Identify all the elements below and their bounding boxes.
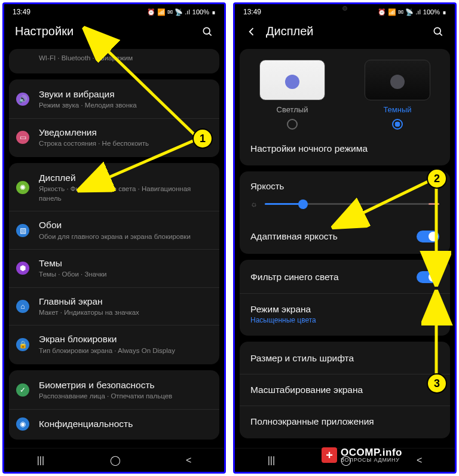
- recents-button[interactable]: |||: [268, 455, 275, 466]
- row-screen-zoom[interactable]: Масштабирование экрана: [240, 374, 450, 406]
- item-sub: Распознавание лица · Отпечатки пальцев: [39, 392, 210, 401]
- status-bar: 13:49 ⏰ 📶 ✉ 📡 .ıl 100% ∎: [4, 4, 224, 19]
- item-sub: Режим звука · Мелодия звонка: [39, 101, 210, 110]
- wallpaper-icon: ▧: [16, 224, 29, 237]
- status-time: 13:49: [243, 8, 261, 16]
- list-item-wallpaper[interactable]: ▧ Обои Обои для главного экрана и экрана…: [9, 211, 219, 250]
- camera-notch: [342, 6, 347, 11]
- item-title: Дисплей: [39, 172, 210, 184]
- svg-point-0: [203, 27, 210, 34]
- list-item-privacy[interactable]: ◉ Конфиденциальность: [9, 410, 219, 438]
- toggle-on-icon[interactable]: [417, 271, 439, 283]
- item-title: Уведомления: [39, 127, 210, 139]
- theme-light-option[interactable]: Светлый: [246, 60, 339, 130]
- back-button[interactable]: <: [417, 455, 422, 466]
- sound-icon: 🔊: [16, 93, 29, 106]
- item-sub: WI-FI · Bluetooth · Авиарежим: [39, 54, 210, 63]
- annotation-badge-2: 2: [427, 168, 447, 189]
- list-item-connections-cutoff[interactable]: WI-FI · Bluetooth · Авиарежим: [9, 50, 219, 72]
- brightness-section: Яркость ☼: [240, 173, 450, 220]
- phone-display: 13:49 ⏰ 📶 ✉ 📡 .ıl 100% ∎ Дисплей Све: [233, 2, 457, 474]
- display-settings[interactable]: Светлый Темный Настройки ночного режима …: [235, 49, 455, 448]
- row-title: Фильтр синего света: [250, 272, 339, 282]
- list-item-lockscreen[interactable]: 🔒 Экран блокировки Тип блокировки экрана…: [9, 325, 219, 363]
- list-item-biometrics[interactable]: ✓ Биометрия и безопасность Распознавание…: [9, 371, 219, 410]
- item-title: Главный экран: [39, 296, 210, 308]
- theme-selector: Светлый Темный: [240, 50, 450, 133]
- svg-line-3: [440, 33, 442, 35]
- privacy-icon: ◉: [16, 417, 29, 431]
- brightness-label: Яркость: [250, 181, 439, 191]
- theme-light-preview: [259, 60, 325, 100]
- row-fullscreen-apps[interactable]: Полноэкранные приложения: [240, 406, 450, 437]
- header: Дисплей: [235, 19, 455, 49]
- item-title: Биометрия и безопасность: [39, 379, 210, 391]
- row-title: Масштабирование экрана: [250, 385, 439, 395]
- home-icon: ⌂: [16, 300, 29, 313]
- page-title: Настройки: [15, 24, 193, 38]
- row-title: Полноэкранные приложения: [250, 416, 439, 427]
- row-title: Размер и стиль шрифта: [250, 353, 439, 364]
- annotation-badge-3: 3: [427, 373, 447, 394]
- annotation-badge-1: 1: [192, 128, 213, 149]
- row-blue-light-filter[interactable]: Фильтр синего света: [240, 261, 450, 294]
- back-icon[interactable]: [246, 26, 258, 38]
- item-title: Обои: [39, 219, 210, 231]
- item-title: Экран блокировки: [39, 333, 210, 345]
- list-item-sounds[interactable]: 🔊 Звуки и вибрация Режим звука · Мелодия…: [9, 81, 219, 119]
- item-title: Звуки и вибрация: [39, 88, 210, 100]
- list-item-home[interactable]: ⌂ Главный экран Макет · Индикаторы на зн…: [9, 288, 219, 326]
- lock-icon: 🔒: [16, 338, 29, 351]
- header: Настройки: [4, 19, 224, 49]
- item-sub: Макет · Индикаторы на значках: [39, 308, 210, 318]
- svg-line-1: [209, 33, 212, 35]
- watermark-sub: ВОПРОСЫ АДМИНУ: [341, 457, 402, 463]
- list-item-display[interactable]: ✺ Дисплей Яркость · Фильтр синего света …: [9, 164, 219, 211]
- row-title: Режим экрана: [250, 304, 439, 315]
- search-icon[interactable]: [432, 26, 444, 38]
- row-sub: Насыщенные цвета: [250, 316, 439, 324]
- item-sub: Темы · Обои · Значки: [39, 270, 210, 280]
- phone-settings: 13:49 ⏰ 📶 ✉ 📡 .ıl 100% ∎ Настройки WI-FI…: [2, 2, 226, 474]
- row-night-mode[interactable]: Настройки ночного режима: [240, 133, 450, 164]
- search-icon[interactable]: [201, 26, 213, 38]
- settings-list[interactable]: WI-FI · Bluetooth · Авиарежим 🔊 Звуки и …: [4, 49, 224, 448]
- sun-icon: ☼: [250, 199, 258, 208]
- item-title: Конфиденциальность: [39, 418, 210, 430]
- radio-checked-icon[interactable]: [392, 119, 403, 130]
- back-button[interactable]: <: [186, 455, 191, 466]
- display-icon: ✺: [16, 181, 29, 194]
- item-sub: Обои для главного экрана и экрана блокир…: [39, 232, 210, 242]
- item-sub: Строка состояния · Не беспокоить: [39, 139, 210, 149]
- radio-unchecked-icon[interactable]: [287, 119, 298, 130]
- row-font-size-style[interactable]: Размер и стиль шрифта: [240, 343, 450, 374]
- status-indicators: ⏰ 📶 ✉ 📡 .ıl 100% ∎: [378, 8, 446, 16]
- theme-dark-option[interactable]: Темный: [351, 60, 444, 130]
- theme-dark-label: Темный: [383, 105, 411, 114]
- row-screen-mode[interactable]: Режим экрана Насыщенные цвета: [240, 294, 450, 334]
- item-sub: Тип блокировки экрана · Always On Displa…: [39, 346, 210, 356]
- theme-dark-preview: [365, 60, 430, 100]
- status-indicators: ⏰ 📶 ✉ 📡 .ıl 100% ∎: [147, 8, 216, 16]
- slider-thumb[interactable]: [298, 199, 308, 209]
- home-button[interactable]: ◯: [110, 454, 121, 466]
- row-title: Настройки ночного режима: [250, 143, 439, 154]
- themes-icon: ⬢: [16, 262, 29, 275]
- shield-icon: ✓: [16, 383, 29, 397]
- page-title: Дисплей: [266, 24, 424, 38]
- status-time: 13:49: [13, 8, 30, 16]
- theme-light-label: Светлый: [277, 105, 308, 114]
- brightness-slider[interactable]: [265, 203, 439, 205]
- android-nav-bar: ||| ◯ <: [4, 448, 224, 472]
- list-item-themes[interactable]: ⬢ Темы Темы · Обои · Значки: [9, 250, 219, 288]
- recents-button[interactable]: |||: [37, 455, 44, 466]
- svg-point-2: [434, 27, 440, 34]
- watermark: + OCOMP.info ВОПРОСЫ АДМИНУ: [322, 447, 402, 463]
- row-title: Адаптивная яркость: [250, 231, 338, 242]
- item-sub: Яркость · Фильтр синего света · Навигаци…: [39, 185, 210, 203]
- notifications-icon: ▭: [16, 131, 29, 144]
- list-item-notifications[interactable]: ▭ Уведомления Строка состояния · Не бесп…: [9, 119, 219, 156]
- toggle-on-icon[interactable]: [417, 231, 439, 242]
- item-title: Темы: [39, 257, 210, 269]
- row-adaptive-brightness[interactable]: Адаптивная яркость: [240, 220, 450, 253]
